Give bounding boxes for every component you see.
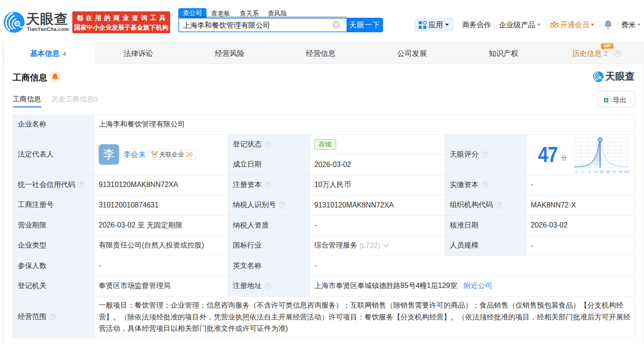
svg-text:50: 50 — [600, 170, 604, 174]
svg-text:85: 85 — [606, 170, 610, 174]
svg-text:100: 100 — [624, 170, 629, 174]
svg-text:0: 0 — [575, 170, 577, 174]
svg-text:3: 3 — [589, 170, 590, 174]
svg-text:97: 97 — [613, 170, 616, 174]
svg-text:1: 1 — [582, 170, 584, 174]
svg-text:99: 99 — [619, 170, 622, 174]
svg-text:15: 15 — [594, 170, 598, 174]
